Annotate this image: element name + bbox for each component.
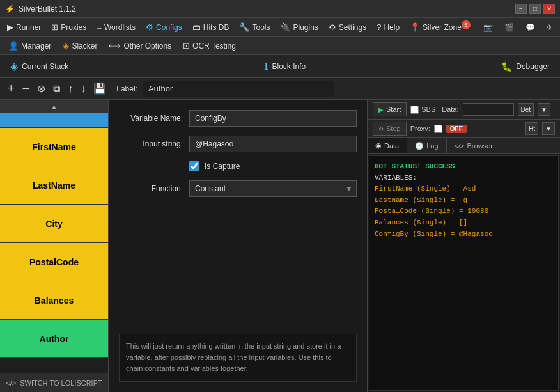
det-arrow-button[interactable]: ▼ — [538, 103, 550, 116]
log-tab-label: Log — [426, 142, 438, 150]
tab-log[interactable]: 🕐 Log — [407, 138, 446, 153]
stack-item-author[interactable]: Author — [0, 320, 108, 358]
variable-name-input[interactable] — [189, 110, 357, 127]
sbs-label: SBS — [421, 106, 435, 113]
toolbar2: 👤 Manager ◈ Slacker ⟺ Other Options ⊡ OC… — [0, 37, 560, 55]
help-icon: ? — [377, 22, 381, 32]
plugins-label: Plugins — [293, 23, 318, 32]
function-select[interactable]: Constant Variable Random Fixed — [189, 180, 357, 197]
titlebar-title: ⚡ SilverBullet 1.1.2 — [5, 4, 76, 13]
proxy-off-toggle[interactable]: OFF — [446, 125, 467, 133]
data-tab-icon: ◉ — [375, 141, 382, 150]
menu-item-proxies[interactable]: ⊞ Proxies — [47, 20, 91, 34]
play-icon: ▶ — [378, 106, 384, 113]
tab-data[interactable]: ◉ Data — [368, 138, 407, 153]
current-stack-icon: ◈ — [10, 60, 18, 72]
sbs-checkbox[interactable] — [410, 106, 419, 114]
config-panel: Variable Name: Input string: Is Capture … — [109, 100, 367, 392]
silverzone-icon: 📍 — [410, 22, 420, 32]
menu-item-help[interactable]: ? Help — [372, 20, 404, 34]
slacker-item[interactable]: ◈ Slacker — [58, 39, 102, 52]
loliscript-label: SWITCH TO LOLISCRIPT — [20, 379, 102, 387]
titlebar: ⚡ SilverBullet 1.1.2 − □ ✕ — [0, 0, 560, 18]
menu-item-runner[interactable]: ▶ Runner — [3, 20, 45, 34]
manager-item[interactable]: 👤 Manager — [4, 39, 56, 52]
save-button[interactable]: 💾 — [91, 81, 109, 96]
stack-item-city[interactable]: City — [0, 205, 108, 243]
menu-item-plugins[interactable]: 🔌 Plugins — [276, 20, 322, 34]
settings-label: Settings — [339, 23, 366, 32]
silverzone-badge: 5 — [462, 20, 471, 29]
det-button[interactable]: Det — [518, 103, 534, 116]
minimize-button[interactable]: − — [515, 4, 527, 14]
remove-block-button[interactable]: − — [20, 80, 33, 97]
menu-item-hitsdb[interactable]: 🗃 Hits DB — [188, 20, 234, 34]
scroll-up-button[interactable]: ▲ — [0, 100, 108, 113]
input-string-label: Input string: — [119, 139, 183, 148]
ht-arrow-button[interactable]: ▼ — [542, 122, 555, 135]
stack-item-lastname[interactable]: LastName — [0, 166, 108, 205]
menu-item-silverzone[interactable]: 📍 Silver Zone 5 — [405, 20, 475, 34]
tab-browser[interactable]: </> Browser — [447, 138, 501, 153]
debug-controls-row1: ▶ Start SBS Data: Det ▼ — [368, 100, 560, 120]
close-button[interactable]: ✕ — [543, 4, 555, 14]
step-button[interactable]: ↻ Step — [373, 122, 407, 136]
telegram-icon[interactable]: ✈ — [542, 21, 557, 34]
current-stack-label: Current Stack — [22, 62, 68, 71]
var-lastname: LastName (Single) = Fg — [375, 195, 553, 207]
plugins-icon: 🔌 — [280, 22, 290, 32]
copy-block-button[interactable]: ⧉ — [51, 82, 63, 96]
menu-item-configs[interactable]: ⚙ Configs — [141, 20, 187, 34]
add-block-button[interactable]: + — [5, 81, 17, 97]
description-box: This will just return anything written i… — [119, 334, 357, 382]
runner-label: Runner — [16, 23, 41, 32]
stack-item-balances[interactable]: Balances — [0, 281, 108, 320]
debugger-section: 🐛 Debugger — [491, 61, 560, 72]
proxies-label: Proxies — [61, 23, 86, 32]
var-postalcode: PostalCode (Single) = 10080 — [375, 206, 553, 217]
discord-icon[interactable]: 💬 — [521, 21, 540, 34]
stack-item-firstname[interactable]: FirstName — [0, 128, 108, 166]
ht-button[interactable]: Ht — [525, 122, 538, 135]
input-string-input[interactable] — [189, 136, 357, 152]
switch-loliscript-button[interactable]: </> SWITCH TO LOLISCRIPT — [0, 373, 108, 392]
maximize-button[interactable]: □ — [529, 4, 541, 14]
data-input[interactable] — [463, 103, 514, 116]
settings-block-button[interactable]: ⊗ — [35, 81, 48, 96]
other-options-item[interactable]: ⟺ Other Options — [104, 39, 176, 52]
menubar: ▶ Runner ⊞ Proxies ≡ Wordlists ⚙ Configs… — [0, 18, 560, 37]
proxy-checkbox[interactable] — [434, 125, 442, 133]
menu-item-settings[interactable]: ⚙ Settings — [324, 20, 371, 34]
function-label: Function: — [119, 184, 183, 193]
debugger-label: Debugger — [516, 62, 550, 71]
move-up-button[interactable]: ↑ — [65, 82, 75, 96]
loliscript-icon: </> — [6, 379, 16, 387]
var-firstname: FirstName (Single) = Asd — [375, 184, 553, 195]
stack-item-blue[interactable] — [0, 113, 108, 128]
function-row: Function: Constant Variable Random Fixed… — [119, 180, 357, 197]
browser-tab-icon: </> — [455, 142, 465, 150]
variable-name-row: Variable Name: — [119, 110, 357, 127]
is-capture-checkbox[interactable] — [189, 161, 199, 171]
start-button[interactable]: ▶ Start — [373, 102, 407, 116]
hitsdb-label: Hits DB — [203, 23, 229, 32]
debug-controls-row2: ↻ Step Proxy: OFF Ht ▼ — [368, 120, 560, 138]
tools-icon: 🔧 — [239, 22, 249, 32]
stack-item-postalcode[interactable]: PostalCode — [0, 243, 108, 281]
label-input[interactable] — [143, 81, 334, 97]
wordlists-label: Wordlists — [104, 23, 136, 32]
silverzone-label: Silver Zone — [423, 23, 462, 32]
menu-item-wordlists[interactable]: ≡ Wordlists — [92, 20, 140, 34]
proxy-label: Proxy: — [410, 125, 430, 132]
actions-bar: + − ⊗ ⧉ ↑ ↓ 💾 Label: — [0, 78, 560, 100]
manager-icon: 👤 — [8, 41, 19, 51]
block-info-icon: ℹ — [265, 61, 268, 72]
ocr-testing-item[interactable]: ⊡ OCR Testing — [178, 39, 240, 52]
current-stack-section[interactable]: ◈ Current Stack — [0, 55, 79, 77]
media-icon[interactable]: 🎬 — [500, 21, 518, 34]
move-down-button[interactable]: ↓ — [78, 82, 88, 96]
camera-icon[interactable]: 📷 — [479, 21, 497, 34]
input-string-row: Input string: — [119, 136, 357, 152]
menu-item-tools[interactable]: 🔧 Tools — [235, 20, 274, 34]
app-title: SilverBullet 1.1.2 — [19, 4, 76, 13]
